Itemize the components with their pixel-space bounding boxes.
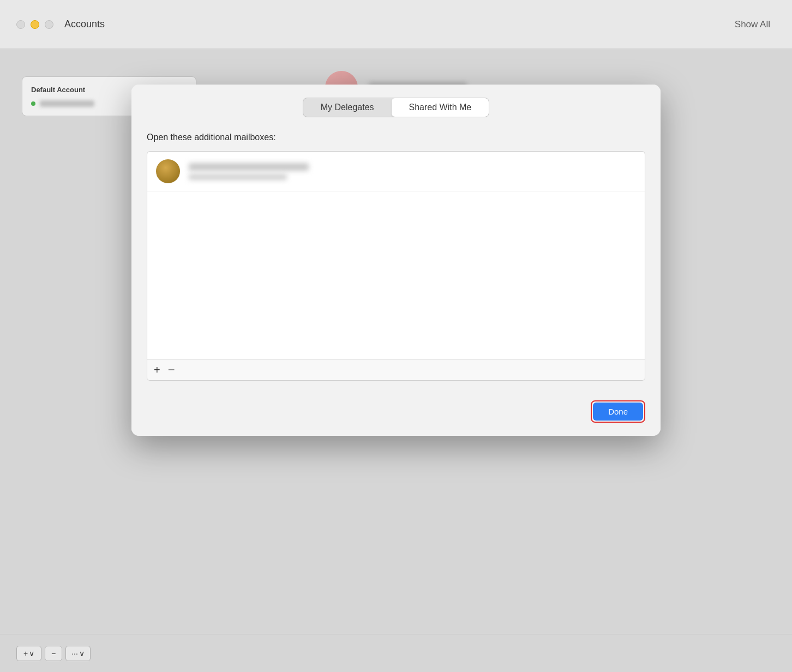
title-bar: Accounts Show All: [0, 0, 792, 49]
remove-mailbox-button[interactable]: −: [168, 364, 175, 376]
add-account-button[interactable]: + ∨: [16, 646, 41, 661]
bottom-toolbar: + ∨ − ··· ∨: [0, 634, 792, 672]
modal-body: Open these additional mailboxes: + −: [131, 117, 661, 392]
mailbox-list: [147, 152, 645, 359]
delegates-modal: My Delegates Shared With Me Open these a…: [131, 85, 661, 436]
tab-my-delegates[interactable]: My Delegates: [303, 98, 392, 117]
window-title: Accounts: [64, 19, 105, 30]
tab-group: My Delegates Shared With Me: [303, 98, 490, 117]
done-button-wrapper: Done: [591, 400, 645, 423]
more-options-button[interactable]: ··· ∨: [65, 646, 91, 661]
mailboxes-label: Open these additional mailboxes:: [147, 133, 645, 142]
close-button[interactable]: [16, 20, 25, 29]
minus-icon: −: [51, 649, 56, 658]
modal-header: My Delegates Shared With Me: [131, 85, 661, 117]
window-controls: [16, 20, 53, 29]
chevron-down-icon: ∨: [29, 649, 34, 658]
mailbox-email-blurred: [189, 174, 287, 180]
tab-shared-with-me[interactable]: Shared With Me: [392, 98, 489, 117]
list-item: [147, 152, 645, 191]
chevron-down-icon: ∨: [79, 649, 85, 658]
account-name-blurred: [40, 100, 94, 107]
remove-account-button[interactable]: −: [45, 646, 62, 661]
add-mailbox-button[interactable]: +: [154, 364, 160, 375]
modal-footer: Done: [131, 392, 661, 436]
mailbox-list-container: + −: [147, 151, 645, 381]
ellipsis-icon: ···: [71, 649, 78, 658]
minimize-button[interactable]: [31, 20, 39, 29]
mailbox-list-toolbar: + −: [147, 359, 645, 380]
status-dot: [31, 101, 35, 106]
mailbox-avatar: [156, 159, 180, 183]
mailbox-info: [189, 163, 309, 180]
done-button[interactable]: Done: [593, 403, 643, 421]
mailbox-name-blurred: [189, 163, 309, 171]
maximize-button[interactable]: [45, 20, 53, 29]
show-all-button[interactable]: Show All: [735, 19, 770, 30]
plus-icon: +: [23, 649, 28, 658]
